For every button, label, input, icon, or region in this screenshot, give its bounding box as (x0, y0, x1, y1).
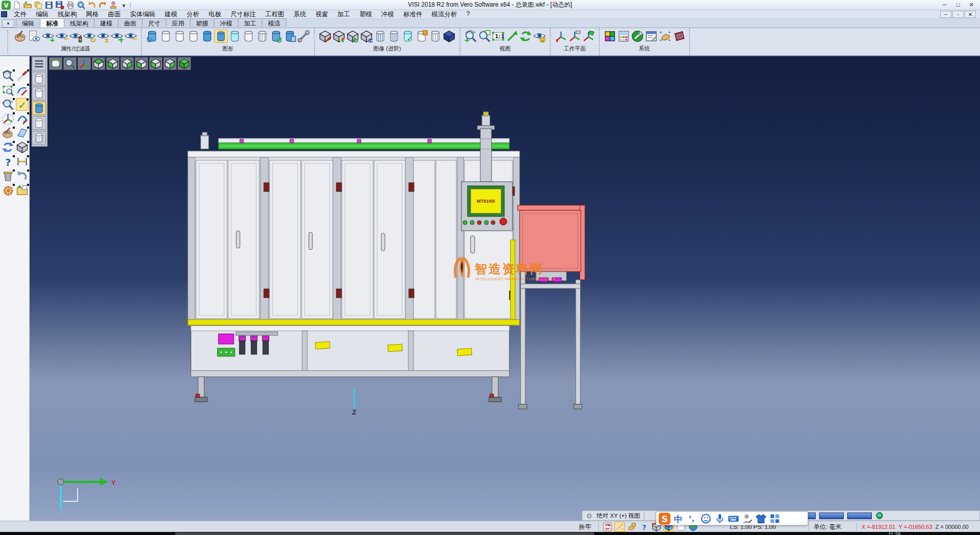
cube-gray-icon[interactable] (16, 141, 29, 154)
smile-blue-icon[interactable] (700, 513, 712, 525)
tab-曲面[interactable]: 曲面 (118, 18, 142, 27)
cyl-hatch-icon[interactable] (429, 30, 442, 43)
cyl-check-icon[interactable]: ✓ (401, 30, 414, 43)
lock-label[interactable]: 拴牢 (579, 521, 591, 532)
doc-eye-icon[interactable] (28, 30, 41, 43)
cyl-cyan-icon[interactable] (228, 30, 241, 43)
menu-item-编辑[interactable]: 编辑 (31, 10, 53, 19)
person-icon[interactable] (741, 513, 753, 525)
lens-plus-icon[interactable]: + (464, 30, 477, 43)
cyl-blue-icon[interactable] (201, 30, 214, 43)
redo-icon[interactable] (98, 1, 107, 10)
dimension-icon[interactable] (16, 155, 29, 168)
vc-front-icon[interactable] (106, 57, 119, 70)
newdoc-icon[interactable] (12, 1, 21, 10)
hamburger-icon[interactable] (32, 57, 46, 70)
tab-冲模[interactable]: 冲模 (214, 18, 238, 27)
trash-icon[interactable] (2, 169, 14, 182)
wrench-icon[interactable] (297, 30, 310, 43)
wand-icon[interactable]: ✦✦ (615, 522, 625, 532)
refresh-blue-icon[interactable] (2, 141, 14, 154)
close-button[interactable]: ✕ (965, 1, 978, 9)
folders-icon[interactable] (34, 1, 43, 10)
vc-back-icon[interactable] (149, 57, 162, 70)
minimize-button[interactable]: ─ (938, 1, 951, 9)
refresh-green-icon[interactable] (519, 30, 532, 43)
eye-sub-icon[interactable]: − (124, 30, 137, 43)
eye-refresh-icon[interactable]: ↻ (83, 30, 96, 43)
cyl-blue-icon[interactable] (214, 30, 228, 43)
axis-flag-icon[interactable] (582, 30, 595, 43)
knife-icon[interactable] (16, 69, 29, 82)
eye-add-icon[interactable]: + (110, 30, 124, 43)
cyl-outline-icon[interactable] (173, 30, 186, 43)
vc-left-icon[interactable] (135, 57, 148, 70)
cyl-hatch-icon[interactable] (256, 30, 269, 43)
vlogo-icon[interactable]: V (2, 1, 11, 10)
vc-top-icon[interactable] (92, 57, 105, 70)
cyl-outline-icon[interactable] (187, 30, 200, 43)
menu-item-加工[interactable]: 加工 (333, 10, 355, 19)
cube-refresh-icon[interactable]: ↻ (346, 30, 359, 43)
menu-item-曲面[interactable]: 曲面 (104, 10, 126, 19)
preview-icon[interactable] (77, 1, 86, 10)
menu-item-线架构[interactable]: 线架构 (53, 10, 82, 19)
folder2-icon[interactable] (16, 184, 29, 197)
shirt-icon[interactable] (755, 513, 767, 525)
glass-icon[interactable] (16, 127, 29, 139)
cube-pm-icon[interactable]: ± (360, 30, 373, 43)
gridblue-icon[interactable] (769, 513, 781, 525)
windows-taskbar[interactable]: 11:28 (0, 532, 980, 535)
lens-win-icon[interactable] (478, 30, 491, 43)
menu-item-系统[interactable]: 系统 (289, 10, 311, 19)
zoom-plus-icon[interactable]: + (2, 98, 14, 111)
cyl-outline-icon[interactable] (159, 30, 173, 43)
menu-item-标准件[interactable]: 标准件 (399, 10, 427, 19)
colorgrid-icon[interactable] (603, 30, 617, 43)
cyl-striped-icon[interactable] (374, 30, 387, 43)
maximize-button[interactable]: □ (951, 1, 965, 9)
sogou-icon[interactable]: S (658, 513, 671, 525)
menu-item-分析[interactable]: 分析 (182, 10, 204, 19)
lens-blue-icon[interactable] (63, 57, 77, 70)
minimize-button[interactable]: ─ (940, 11, 951, 18)
menu-item-工程图[interactable]: 工程图 (261, 10, 289, 19)
tab-模流[interactable]: 模流 (262, 18, 286, 27)
cyl-white-icon[interactable] (32, 116, 46, 130)
menu-item-模流分析[interactable]: 模流分析 (427, 10, 462, 19)
arrow-green-icon[interactable] (505, 30, 519, 43)
cyl-flag-icon[interactable] (415, 30, 428, 43)
one2one-icon[interactable]: 1:1 (492, 30, 505, 43)
stamp-icon[interactable] (109, 1, 118, 10)
panel-icon[interactable] (645, 30, 658, 43)
menu-item-?[interactable]: ? (462, 10, 475, 19)
cyl-outline-icon[interactable] (242, 30, 255, 43)
axis-view-icon[interactable] (2, 112, 14, 125)
cyl-refresh-icon[interactable]: ↻ (145, 30, 159, 43)
question2-icon[interactable]: ? (639, 522, 649, 532)
tab-加工[interactable]: 加工 (238, 18, 262, 27)
zoom-win-icon[interactable] (2, 84, 14, 96)
menu-item-文件[interactable]: 文件 (9, 10, 31, 19)
palette-icon[interactable] (14, 30, 27, 43)
open-icon[interactable] (23, 1, 32, 10)
vc-bottom-icon[interactable] (163, 57, 177, 70)
menu-item-实体编辑[interactable]: 实体编辑 (126, 10, 160, 19)
menu-item-塑模[interactable]: 塑模 (355, 10, 377, 19)
cube-pencil-icon[interactable] (318, 30, 332, 43)
ball-icon[interactable] (631, 30, 644, 43)
tab-建模[interactable]: 建模 (94, 18, 118, 27)
slate-icon[interactable] (672, 30, 685, 43)
pencil-curve-icon[interactable] (16, 84, 29, 96)
axis-rgb-icon[interactable] (78, 57, 91, 70)
cyl-outline-icon[interactable] (32, 87, 46, 100)
zh-icon[interactable]: 中 (672, 513, 684, 525)
menu-item-视窗[interactable]: 视窗 (311, 10, 333, 19)
tab-线架构[interactable]: 线架构 (64, 18, 94, 27)
eye-minus-icon[interactable]: − (55, 30, 68, 43)
lens-view-icon[interactable] (2, 69, 14, 82)
layer-color-swatch[interactable] (819, 513, 844, 519)
maximize-button[interactable]: ▫ (952, 11, 964, 18)
refresh-red-icon[interactable] (602, 522, 612, 532)
menu-item-尺寸标注[interactable]: 尺寸标注 (226, 10, 261, 19)
